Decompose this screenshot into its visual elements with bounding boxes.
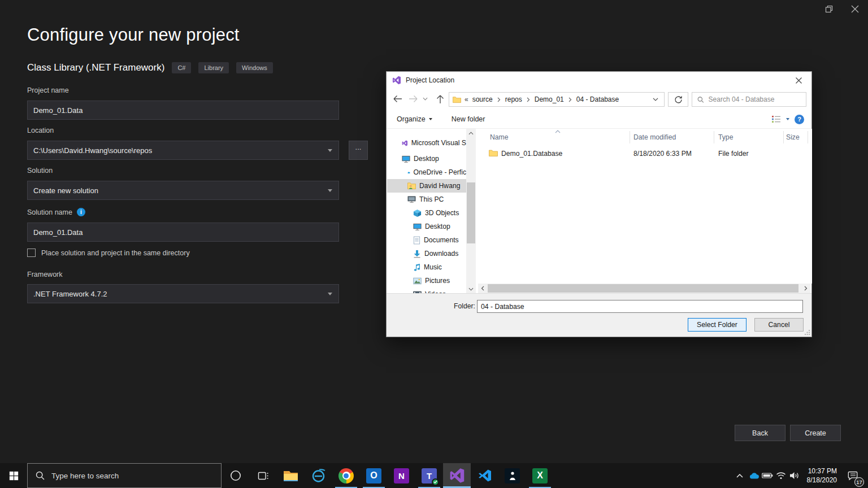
breadcrumb-separator-icon [497,97,501,102]
restore-window-button[interactable] [816,0,842,18]
tray-clock[interactable]: 10:37 PM 8/18/2020 [802,463,837,488]
refresh-button[interactable] [668,92,688,107]
scroll-left-button[interactable] [478,284,487,293]
tree-item-onedrive[interactable]: OneDrive - Perfic [387,165,466,179]
taskbar-app-internet-explorer[interactable] [305,463,332,488]
tree-item-user-david-hwang[interactable]: David Hwang [387,179,466,193]
column-divider[interactable] [783,131,784,143]
tree-item-visual-studio[interactable]: Microsoft Visual S [387,136,466,150]
breadcrumb-segment[interactable]: Demo_01 [531,95,568,103]
breadcrumb-segment[interactable]: repos [501,95,526,103]
help-icon[interactable] [795,115,804,124]
search-input[interactable] [709,95,801,103]
scrollbar-thumb[interactable] [467,182,475,243]
column-header-type[interactable]: Type [718,133,733,141]
new-folder-button[interactable]: New folder [452,115,485,123]
column-header-name[interactable]: Name [490,133,509,141]
notification-count-badge: 17 [854,477,864,487]
organize-menu-button[interactable]: Organize [397,115,432,123]
close-window-button[interactable] [842,0,868,18]
breadcrumb-segment-current[interactable]: 04 - Database [572,95,623,103]
start-button[interactable] [0,463,27,488]
tag-platform: Windows [236,62,273,73]
column-header-date-modified[interactable]: Date modified [633,133,676,141]
tag-type: Library [198,62,229,73]
column-divider[interactable] [630,131,630,143]
scroll-up-button[interactable] [466,129,476,137]
taskbar-search[interactable] [27,463,222,488]
file-row[interactable]: Demo_01.Database 8/18/2020 6:33 PM File … [478,146,812,161]
tray-show-hidden-icons-button[interactable] [733,463,747,488]
outlook-icon [366,468,381,483]
taskbar-app-excel[interactable] [526,463,554,488]
project-name-input[interactable] [27,101,339,120]
taskbar-app-onenote[interactable] [388,463,415,488]
taskbar-search-input[interactable] [51,472,187,480]
breadcrumb-segment[interactable]: source [468,95,497,103]
taskbar-app-file-explorer[interactable] [277,463,305,488]
framework-combobox[interactable]: .NET Framework 4.7.2 [27,284,339,303]
column-divider[interactable] [714,131,714,143]
forward-nav-button[interactable] [408,94,419,104]
tree-item-downloads[interactable]: Downloads [387,247,466,260]
create-button[interactable]: Create [790,425,841,441]
tree-item-videos[interactable]: Videos [387,287,466,293]
tree-scrollbar[interactable] [466,129,476,293]
horizontal-scrollbar[interactable] [478,284,810,293]
solution-combobox[interactable]: Create new solution [27,181,339,200]
search-box[interactable] [692,92,806,107]
windows-logo-icon [9,471,19,481]
address-dropdown-button[interactable] [653,98,661,101]
recent-pages-dropdown[interactable] [423,97,428,101]
action-center-button[interactable]: 17 [840,463,865,488]
scroll-down-button[interactable] [466,285,476,293]
column-header-size[interactable]: Size [786,133,800,141]
taskbar-app-chrome[interactable] [332,463,360,488]
tray-network-button[interactable] [774,463,788,488]
resize-grip[interactable] [804,329,810,336]
select-folder-button[interactable]: Select Folder [688,318,747,332]
scrollbar-thumb[interactable] [488,284,798,293]
tree-item-desktop-2[interactable]: Desktop [387,220,466,233]
taskbar-app-vs-code[interactable] [471,463,498,488]
back-button[interactable]: Back [735,425,785,441]
cancel-button[interactable]: Cancel [754,318,804,332]
view-options-dropdown[interactable] [786,118,789,120]
tree-item-pictures[interactable]: Pictures [387,274,466,287]
same-directory-label: Place solution and project in the same d… [41,249,190,257]
column-divider[interactable] [808,131,808,143]
task-view-button[interactable] [249,463,277,488]
chevron-down-icon [468,287,474,291]
address-bar[interactable]: « source repos Demo_01 04 - Database [449,92,665,107]
dialog-titlebar[interactable]: Project Location [387,72,811,89]
tree-item-music[interactable]: Music [387,260,466,274]
dialog-close-button[interactable] [786,72,811,89]
info-icon[interactable] [77,208,85,216]
taskbar-app-outlook[interactable] [360,463,388,488]
scroll-right-button[interactable] [801,284,810,293]
up-nav-button[interactable] [435,94,445,104]
browse-location-button[interactable]: ... [349,141,368,160]
location-combobox[interactable]: C:\Users\David.Hwang\source\repos [27,141,339,160]
tray-onedrive-button[interactable] [747,463,761,488]
tray-volume-button[interactable] [787,463,802,488]
window-controls [816,0,868,18]
dialog-title: Project Location [406,76,454,84]
cortana-button[interactable] [222,463,249,488]
tree-item-documents[interactable]: Documents [387,233,466,247]
view-details-icon[interactable] [771,115,781,123]
tree-item-3d-objects[interactable]: 3D Objects [387,206,466,220]
tree-item-desktop[interactable]: Desktop [387,152,466,165]
taskbar-app-teams[interactable] [415,463,443,488]
file-date-modified: 8/18/2020 6:33 PM [633,150,692,158]
solution-name-input[interactable] [27,223,339,242]
taskbar-app-kindle[interactable] [498,463,526,488]
taskbar-app-visual-studio[interactable] [443,463,471,488]
tray-battery-button[interactable] [761,463,774,488]
tree-item-this-pc[interactable]: This PC [387,193,466,206]
folder-name-input[interactable] [477,300,803,313]
back-nav-button[interactable] [392,94,403,104]
picture-icon [413,277,422,285]
internet-explorer-icon [311,468,326,483]
same-directory-checkbox[interactable] [27,249,36,257]
